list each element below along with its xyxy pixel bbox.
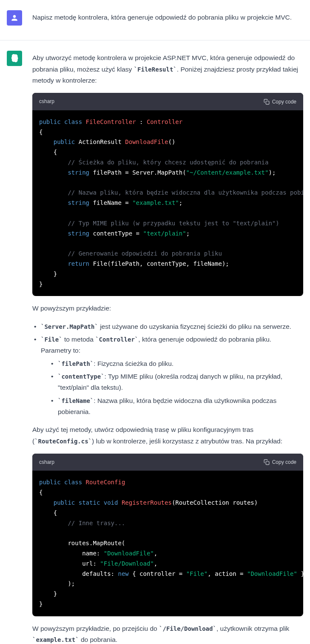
- inline-code: `FileResult`: [134, 66, 177, 73]
- code-language: csharp: [39, 458, 54, 466]
- inline-code: `/File/Download`: [159, 625, 216, 632]
- svg-rect-1: [266, 462, 269, 465]
- user-text: Napisz metodę kontrolera, która generuje…: [32, 12, 303, 23]
- inline-code: `filePath`: [58, 360, 94, 367]
- chat-container: Napisz metodę kontrolera, która generuje…: [0, 0, 310, 644]
- code-content: public class RouteConfig { public static…: [39, 477, 296, 609]
- code-header: csharp Copy code: [32, 93, 303, 110]
- inline-code: `RouteConfig.cs`: [34, 438, 92, 445]
- user-message: Napisz metodę kontrolera, która generuje…: [0, 0, 310, 40]
- code-header: csharp Copy code: [32, 454, 303, 471]
- code-body[interactable]: public class FileController : Controller…: [32, 110, 303, 296]
- clipboard-icon: [264, 99, 270, 105]
- assistant-message: Aby utworzyć metodę kontrolera w projekc…: [0, 40, 310, 644]
- intro-paragraph: Aby utworzyć metodę kontrolera w projekc…: [32, 52, 303, 86]
- list-item: `filePath`: Fizyczna ścieżka do pliku.: [49, 358, 303, 369]
- code-content: public class FileController : Controller…: [39, 117, 296, 290]
- copy-code-button[interactable]: Copy code: [264, 459, 296, 465]
- final-paragraph: W powyższym przykładzie, po przejściu do…: [32, 623, 303, 644]
- nested-list: `filePath`: Fizyczna ścieżka do pliku. `…: [41, 358, 303, 418]
- list-item: `File` to metoda `Controller`, która gen…: [32, 334, 303, 417]
- code-block-2: csharp Copy code public class RouteConfi…: [32, 454, 303, 616]
- inline-code: `Server.MapPath`: [41, 323, 98, 330]
- assistant-avatar: [7, 51, 22, 66]
- list-item: `contentType`: Typ MIME pliku (określa r…: [49, 371, 303, 394]
- svg-rect-0: [266, 101, 269, 104]
- inline-code: `example.txt`: [32, 636, 79, 643]
- list-item: `fileName`: Nazwa pliku, która będzie wi…: [49, 395, 303, 418]
- code-language: csharp: [39, 97, 54, 106]
- user-content: Napisz metodę kontrolera, która generuje…: [32, 10, 303, 30]
- inline-code: `Controller`: [95, 336, 138, 343]
- copy-code-button[interactable]: Copy code: [264, 99, 296, 105]
- paragraph: W powyższym przykładzie:: [32, 303, 303, 314]
- code-block-1: csharp Copy code public class FileContro…: [32, 93, 303, 296]
- inline-code: `contentType`: [58, 373, 105, 380]
- paragraph: Aby użyć tej metody, utwórz odpowiednią …: [32, 424, 303, 447]
- list-item: `Server.MapPath` jest używane do uzyskan…: [32, 321, 303, 332]
- clipboard-icon: [264, 459, 270, 465]
- inline-code: `fileName`: [58, 397, 94, 404]
- assistant-content: Aby utworzyć metodę kontrolera w projekc…: [32, 51, 303, 644]
- user-avatar: [7, 10, 22, 26]
- openai-icon: [10, 54, 19, 63]
- inline-code: `File`: [41, 336, 63, 343]
- code-body[interactable]: public class RouteConfig { public static…: [32, 471, 303, 616]
- bullet-list: `Server.MapPath` jest używane do uzyskan…: [32, 321, 303, 418]
- person-icon: [10, 14, 19, 22]
